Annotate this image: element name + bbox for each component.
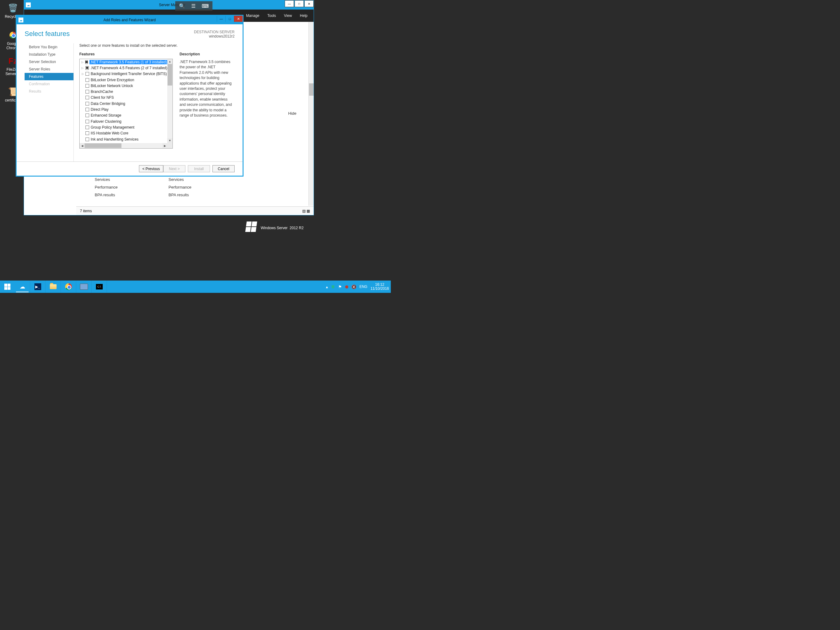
- taskbar-display-settings[interactable]: [76, 280, 92, 293]
- minimize-button[interactable]: —: [217, 16, 225, 22]
- keyboard-icon[interactable]: ⌨: [202, 3, 209, 9]
- install-button[interactable]: Install: [188, 165, 210, 172]
- feature-item[interactable]: ▷Data Center Bridging: [80, 101, 167, 106]
- taskbar-powershell[interactable]: ▶_: [30, 280, 46, 293]
- tile-performance[interactable]: Performance: [169, 184, 230, 191]
- feature-checkbox[interactable]: [85, 138, 89, 141]
- feature-item[interactable]: ▷BranchCache: [80, 89, 167, 95]
- expand-icon[interactable]: ▷: [82, 60, 84, 64]
- instruction-text: Select one or more features to install o…: [79, 43, 235, 47]
- tray-shield-icon[interactable]: ⛨: [331, 285, 335, 289]
- feature-item[interactable]: ▷BitLocker Network Unlock: [80, 83, 167, 89]
- tile-performance[interactable]: Performance: [95, 184, 156, 191]
- feature-checkbox[interactable]: [85, 102, 89, 106]
- wizard-nav-item[interactable]: Server Roles: [25, 65, 74, 73]
- hide-link[interactable]: Hide: [288, 111, 297, 116]
- feature-checkbox[interactable]: [85, 131, 89, 135]
- feature-item[interactable]: ▷Failover Clustering: [80, 119, 167, 124]
- feature-checkbox[interactable]: [85, 90, 89, 93]
- remote-overlay-toolbar: 🔍 ☰ ⌨: [175, 1, 212, 11]
- taskbar-server-manager[interactable]: ☁: [15, 280, 30, 293]
- feature-checkbox[interactable]: [85, 108, 89, 111]
- zoom-icon[interactable]: 🔍: [179, 3, 185, 9]
- feature-checkbox[interactable]: [85, 114, 89, 117]
- feature-item[interactable]: ▷.NET Framework 4.5 Features (2 of 7 ins…: [80, 65, 167, 71]
- server-manager-statusbar: 7 items ▤ ▦: [76, 206, 314, 215]
- window-title: Server Manager: [31, 3, 314, 7]
- feature-item[interactable]: ▷Direct Play: [80, 106, 167, 112]
- branding-text: Windows Server: [261, 226, 287, 230]
- maximize-button[interactable]: □: [295, 0, 304, 7]
- feature-label: Ink and Handwriting Services: [91, 137, 138, 141]
- tray-alert-icon[interactable]: ⬣: [345, 285, 348, 289]
- close-button[interactable]: ✕: [234, 16, 243, 22]
- minimize-button[interactable]: —: [285, 0, 294, 7]
- wizard-nav-item[interactable]: Server Selection: [25, 58, 74, 65]
- tile-services[interactable]: Services: [95, 176, 156, 184]
- menu-manage[interactable]: Manage: [246, 14, 259, 18]
- taskbar-clock[interactable]: 16:12 11/10/2016: [371, 283, 389, 291]
- wizard-nav-item[interactable]: Before You Begin: [25, 43, 74, 51]
- feature-label: Direct Play: [91, 108, 109, 112]
- features-listbox: ▷.NET Framework 3.5 Features (1 of 3 ins…: [79, 59, 173, 149]
- feature-checkbox[interactable]: [85, 72, 89, 76]
- feature-checkbox[interactable]: [85, 120, 89, 123]
- expand-icon[interactable]: ▷: [82, 72, 84, 75]
- scroll-right-icon[interactable]: ▶: [163, 143, 167, 148]
- maximize-button[interactable]: □: [225, 16, 234, 22]
- menu-icon[interactable]: ☰: [191, 3, 196, 9]
- server-manager-titlebar[interactable]: ☁ Server Manager — □ ✕: [24, 0, 314, 9]
- menu-view[interactable]: View: [284, 14, 292, 18]
- previous-button[interactable]: < Previous: [139, 165, 163, 172]
- feature-item[interactable]: ▷IIS Hostable Web Core: [80, 130, 167, 136]
- wizard-nav-item[interactable]: Installation Type: [25, 51, 74, 58]
- feature-label: Group Policy Management: [91, 125, 134, 130]
- taskbar-cmd[interactable]: C:\: [92, 280, 107, 293]
- close-button[interactable]: ✕: [305, 0, 314, 7]
- feature-item[interactable]: ▷Enhanced Storage: [80, 112, 167, 119]
- feature-item[interactable]: ▷Ink and Handwriting Services: [80, 136, 167, 142]
- view-icons[interactable]: ▤ ▦: [302, 209, 310, 213]
- feature-item[interactable]: ▷Group Policy Management: [80, 124, 167, 130]
- branding-version: 2012 R2: [290, 226, 303, 230]
- feature-checkbox[interactable]: [85, 78, 89, 82]
- wizard-nav: Before You BeginInstallation TypeServer …: [25, 43, 74, 161]
- feature-label: BranchCache: [91, 90, 113, 94]
- tray-flag-icon[interactable]: ⚑: [338, 285, 342, 289]
- start-button[interactable]: [0, 280, 15, 293]
- feature-checkbox[interactable]: [85, 66, 89, 70]
- taskbar-chrome[interactable]: [61, 280, 76, 293]
- feature-label: Enhanced Storage: [91, 113, 121, 117]
- feature-label: Failover Clustering: [91, 119, 122, 123]
- next-button[interactable]: Next >: [163, 165, 185, 172]
- wizard-titlebar[interactable]: ☁ Add Roles and Features Wizard — □ ✕: [17, 16, 243, 24]
- wizard-nav-item[interactable]: Features: [25, 73, 74, 80]
- tile-bpa[interactable]: BPA results: [95, 191, 156, 199]
- feature-checkbox[interactable]: [85, 60, 88, 64]
- cancel-button[interactable]: Cancel: [212, 165, 235, 172]
- tile-services[interactable]: Services: [169, 176, 230, 184]
- scrollbar-vertical[interactable]: ▲ ▼: [167, 59, 172, 143]
- feature-label: BitLocker Drive Encryption: [91, 78, 134, 82]
- feature-item[interactable]: ▷Client for NFS: [80, 95, 167, 101]
- tile-bpa[interactable]: BPA results: [169, 191, 230, 199]
- feature-item[interactable]: ▷.NET Framework 3.5 Features (1 of 3 ins…: [80, 59, 167, 65]
- scroll-left-icon[interactable]: ◀: [80, 143, 85, 148]
- scroll-up-icon[interactable]: ▲: [167, 59, 172, 64]
- feature-item[interactable]: ▷Background Intelligent Transfer Service…: [80, 71, 167, 77]
- menu-tools[interactable]: Tools: [267, 14, 276, 18]
- feature-item[interactable]: ▷BitLocker Drive Encryption: [80, 77, 167, 83]
- taskbar-explorer[interactable]: [46, 280, 61, 293]
- scrollbar-vertical[interactable]: [308, 22, 314, 206]
- scroll-down-icon[interactable]: ▼: [167, 138, 172, 143]
- feature-checkbox[interactable]: [85, 125, 89, 129]
- tray-arrow-icon[interactable]: ▴: [326, 285, 328, 289]
- feature-checkbox[interactable]: [85, 96, 89, 99]
- tray-sound-icon[interactable]: 🔇: [351, 285, 356, 289]
- language-indicator[interactable]: ENG: [359, 285, 368, 289]
- scrollbar-horizontal[interactable]: ◀ ▶: [80, 143, 167, 148]
- menu-help[interactable]: Help: [300, 14, 308, 18]
- feature-checkbox[interactable]: [85, 84, 89, 88]
- features-label: Features: [79, 52, 173, 56]
- expand-icon[interactable]: ▷: [82, 66, 84, 70]
